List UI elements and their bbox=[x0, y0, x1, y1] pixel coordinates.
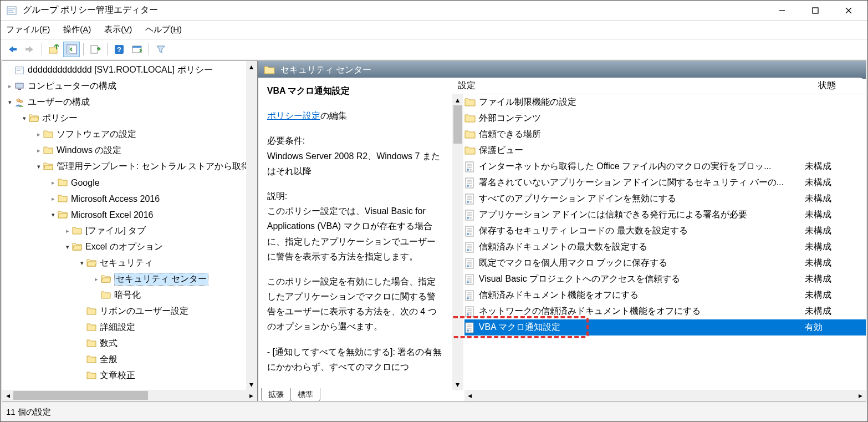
svg-rect-32 bbox=[466, 178, 473, 188]
tree-horizontal-scrollbar[interactable]: ◂ ▸ bbox=[2, 390, 257, 401]
list-row[interactable]: 信頼済みドキュメントの最大数を設定する未構成 bbox=[464, 239, 866, 255]
list-row[interactable]: 信頼済みドキュメント機能をオフにする未構成 bbox=[464, 287, 866, 303]
list-row[interactable]: 信頼できる場所 bbox=[464, 126, 866, 143]
tree-item-seccenter[interactable]: ▸セキュリティ センター bbox=[2, 271, 257, 287]
tree-item-computer[interactable]: ▸コンピューターの構成 bbox=[2, 78, 257, 94]
svg-point-85 bbox=[469, 313, 472, 316]
tree-item-proof[interactable]: 文章校正 bbox=[2, 368, 257, 384]
tree-item-root[interactable]: ddddddddddddd [SV1.ROOT.LOCAL] ポリシー bbox=[2, 62, 257, 78]
tree-item-user[interactable]: ▾ユーザーの構成 bbox=[2, 94, 257, 110]
export-list-button[interactable] bbox=[87, 42, 104, 57]
scroll-up-icon[interactable]: ▴ bbox=[246, 61, 257, 72]
list-row[interactable]: アプリケーション アドインには信頼できる発行元による署名が必要未構成 bbox=[464, 207, 866, 223]
setting-icon bbox=[464, 322, 476, 333]
expand-icon[interactable]: ▾ bbox=[6, 99, 14, 106]
tree-node-icon bbox=[29, 114, 39, 124]
list-horizontal-scrollbar[interactable]: ◂▸ bbox=[464, 390, 866, 401]
list-row[interactable]: 外部コンテンツ bbox=[464, 110, 866, 126]
list-row[interactable]: 保存するセキュリティ レコードの 最大数を設定する未構成 bbox=[464, 223, 866, 239]
tree-item-crypto[interactable]: 暗号化 bbox=[2, 287, 257, 303]
menu-help[interactable]: ヘルプ(H) bbox=[145, 24, 182, 35]
column-setting-header[interactable]: 設定 bbox=[452, 80, 788, 91]
back-button[interactable] bbox=[4, 42, 21, 57]
svg-point-55 bbox=[469, 233, 472, 235]
expand-icon[interactable]: ▸ bbox=[49, 179, 58, 186]
expand-icon[interactable]: ▸ bbox=[34, 147, 43, 154]
expand-icon[interactable]: ▾ bbox=[34, 163, 43, 170]
description-column: VBA マクロ通知設定 ポリシー設定の編集 必要条件:Windows Serve… bbox=[258, 78, 452, 401]
svg-point-90 bbox=[467, 329, 469, 332]
tree-item-detail[interactable]: 詳細設定 bbox=[2, 319, 257, 335]
svg-point-91 bbox=[469, 329, 472, 332]
expand-icon[interactable]: ▸ bbox=[6, 83, 14, 90]
menu-view[interactable]: 表示(V) bbox=[104, 24, 132, 35]
list-row[interactable]: Visual Basic プロジェクトへのアクセスを信頼する未構成 bbox=[464, 271, 866, 287]
maximize-button[interactable] bbox=[799, 1, 832, 21]
tree-item-label: [ファイル] タブ bbox=[85, 225, 146, 237]
close-button[interactable] bbox=[832, 1, 865, 21]
list-row[interactable]: 既定でマクロを個人用マクロ ブックに保存する未構成 bbox=[464, 255, 866, 271]
tree-item-admin[interactable]: ▾管理用テンプレート: セントラル ストアから取得 bbox=[2, 159, 257, 175]
expand-icon[interactable]: ▸ bbox=[49, 195, 58, 202]
up-level-button[interactable] bbox=[45, 42, 62, 57]
list-row[interactable]: 署名されていないアプリケーション アドインに関するセキュリティ バーの...未構… bbox=[464, 175, 866, 191]
expand-icon[interactable]: ▸ bbox=[34, 131, 43, 138]
tree-item-label: Excel のオプション bbox=[85, 241, 163, 253]
list-row[interactable]: すべてのアプリケーション アドインを無効にする未構成 bbox=[464, 191, 866, 207]
list-row[interactable]: 保護ビュー bbox=[464, 143, 866, 159]
tree-item-general[interactable]: 全般 bbox=[2, 352, 257, 368]
column-state-header[interactable]: 状態 bbox=[788, 80, 866, 91]
expand-icon[interactable]: ▾ bbox=[78, 260, 86, 267]
tree-item-security[interactable]: ▾セキュリティ bbox=[2, 255, 257, 271]
minimize-button[interactable] bbox=[765, 1, 799, 21]
tree-node-icon bbox=[101, 274, 111, 284]
scroll-down-icon[interactable]: ▾ bbox=[246, 379, 257, 390]
filter-button[interactable] bbox=[152, 42, 169, 57]
tree-item-excelopt[interactable]: ▾Excel のオプション bbox=[2, 239, 257, 255]
setting-icon bbox=[464, 194, 476, 205]
list-row[interactable]: ネットワークの信頼済みドキュメント機能をオフにする未構成 bbox=[464, 303, 866, 319]
tree-item-filetab[interactable]: ▸[ファイル] タブ bbox=[2, 223, 257, 239]
tree-item-excel[interactable]: ▾Microsoft Excel 2016 bbox=[2, 207, 257, 223]
show-hide-tree-button[interactable] bbox=[63, 42, 80, 57]
help-button[interactable]: ? bbox=[111, 42, 127, 57]
tree-item-access[interactable]: ▸Microsoft Access 2016 bbox=[2, 191, 257, 207]
tree-item-software[interactable]: ▸ソフトウェアの設定 bbox=[2, 126, 257, 143]
policy-setting-edit-link[interactable]: ポリシー設定 bbox=[267, 111, 320, 120]
tree-node-icon bbox=[86, 258, 96, 268]
tab-extended[interactable]: 拡張 bbox=[261, 388, 291, 402]
list-row[interactable]: ファイル制限機能の設定 bbox=[464, 94, 866, 110]
setting-name: VBA マクロ通知設定 bbox=[479, 322, 788, 333]
tree-item-windows[interactable]: ▸Windows の設定 bbox=[2, 143, 257, 159]
expand-icon[interactable]: ▾ bbox=[20, 115, 29, 122]
forward-button[interactable] bbox=[22, 42, 38, 57]
tree-item-formula[interactable]: 数式 bbox=[2, 335, 257, 352]
expand-icon[interactable]: ▾ bbox=[63, 243, 72, 251]
tab-standard[interactable]: 標準 bbox=[290, 388, 320, 402]
tree-item-policy[interactable]: ▾ポリシー bbox=[2, 110, 257, 126]
scroll-left-icon[interactable]: ◂ bbox=[2, 390, 13, 401]
tree-node-icon bbox=[43, 130, 53, 140]
tree-node-icon bbox=[58, 194, 68, 204]
status-bar: 11 個の設定 bbox=[1, 403, 867, 421]
expand-icon[interactable]: ▸ bbox=[92, 276, 101, 283]
svg-rect-68 bbox=[466, 274, 473, 284]
tree-item-label: セキュリティ bbox=[100, 257, 153, 269]
list-row[interactable]: インターネットから取得した Office ファイル内のマクロの実行をブロッ...… bbox=[464, 159, 866, 175]
setting-icon bbox=[464, 306, 476, 317]
scroll-right-icon[interactable]: ▸ bbox=[246, 390, 257, 401]
tree-vertical-scrollbar[interactable]: ▴ ▾ bbox=[246, 61, 257, 390]
properties-button[interactable] bbox=[129, 42, 145, 57]
tree-item-label: ddddddddddddd [SV1.ROOT.LOCAL] ポリシー bbox=[28, 64, 213, 76]
expand-icon[interactable]: ▾ bbox=[49, 211, 58, 218]
setting-name: ネットワークの信頼済みドキュメント機能をオフにする bbox=[479, 306, 788, 317]
tree-item-google[interactable]: ▸Google bbox=[2, 175, 257, 191]
menu-action[interactable]: 操作(A) bbox=[63, 24, 91, 35]
tree-item-label: ソフトウェアの設定 bbox=[57, 129, 136, 140]
setting-name: インターネットから取得した Office ファイル内のマクロの実行をブロッ... bbox=[479, 161, 788, 172]
expand-icon[interactable]: ▸ bbox=[63, 227, 72, 235]
tree-item-ribbon[interactable]: リボンのユーザー設定 bbox=[2, 303, 257, 319]
tree-item-label: ユーザーの構成 bbox=[28, 96, 90, 108]
menu-file[interactable]: ファイル(F) bbox=[6, 24, 50, 35]
list-row[interactable]: VBA マクロ通知設定有効 bbox=[464, 319, 866, 335]
